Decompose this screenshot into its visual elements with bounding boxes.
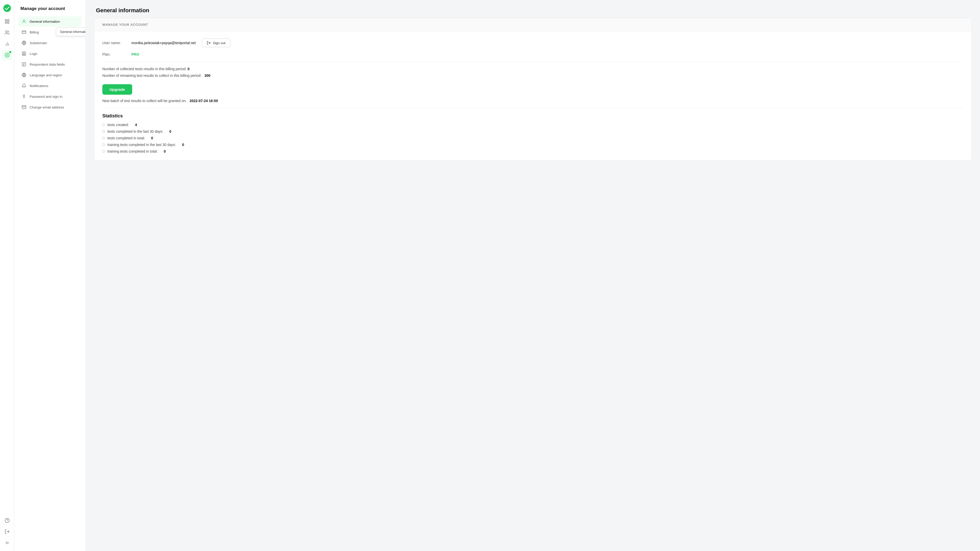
user-name-row: User name: monika.jankowiak+payqa@testpo… xyxy=(102,38,963,47)
card-section-header: MANAGE YOUR ACCOUNT xyxy=(94,18,972,31)
sidebar-item-logo[interactable]: Logo xyxy=(18,48,81,59)
svg-point-19 xyxy=(24,53,25,54)
plan-label: Plan: xyxy=(102,52,125,56)
sidebar-label-change-email-address: Change email address xyxy=(30,105,64,109)
svg-point-10 xyxy=(5,518,9,523)
sidebar-label-respondent-data-fields: Respondent data fields xyxy=(30,62,65,66)
sidebar-icon-settings[interactable] xyxy=(2,50,12,60)
logo-icon xyxy=(21,51,27,56)
sidebar-label-logo: Logo xyxy=(30,52,37,56)
password-icon xyxy=(21,94,27,99)
collected-label: Number of collected tests results in thi… xyxy=(102,67,186,71)
plan-row: Plan: PRO xyxy=(102,52,963,56)
sidebar-item-respondent-data-fields[interactable]: Respondent data fields xyxy=(18,59,81,69)
remaining-value: 300 xyxy=(204,73,210,78)
svg-point-9 xyxy=(6,55,8,56)
stat-training-30days-label: training tests completed in the last 30 … xyxy=(107,143,176,147)
svg-point-13 xyxy=(23,20,25,21)
sidebar-label-billing: Billing xyxy=(30,30,39,34)
sidebar-nav: General information General information … xyxy=(18,16,81,112)
notifications-icon xyxy=(21,83,27,88)
collected-row: Number of collected tests results in thi… xyxy=(102,67,963,71)
sidebar-label-subdomain: Subdomain xyxy=(30,41,47,45)
stat-tests-created: tests created: 4 xyxy=(102,123,963,127)
collected-value: 0 xyxy=(188,67,189,71)
remaining-row: Number of remaining test results to coll… xyxy=(102,73,963,78)
stat-tests-completed-total: tests completed in total: 0 xyxy=(102,136,963,140)
icon-rail xyxy=(0,0,14,551)
stat-training-30days-value: 0 xyxy=(182,143,184,147)
upgrade-button[interactable]: Upgrade xyxy=(102,84,132,95)
main-content: General information MANAGE YOUR ACCOUNT … xyxy=(86,0,980,551)
batch-info-row: New batch of test results to collect wil… xyxy=(102,99,963,103)
sidebar-icon-dashboard[interactable] xyxy=(2,16,12,27)
sidebar-label-notifications: Notifications xyxy=(30,84,48,88)
svg-point-5 xyxy=(6,31,7,33)
page-header: General information xyxy=(86,0,980,18)
sidebar-item-language-and-region[interactable]: Language and region xyxy=(18,70,81,80)
stat-tests-completed-30days-value: 0 xyxy=(169,129,172,134)
stat-tests-completed-30days-label: tests completed in the last 30 days: xyxy=(107,129,163,134)
stat-training-total-value: 0 xyxy=(164,149,166,153)
sidebar-item-password-and-sign-in[interactable]: Password and sign in xyxy=(18,91,81,102)
svg-point-26 xyxy=(23,95,25,97)
language-icon xyxy=(21,72,27,78)
general-information-tooltip: General information xyxy=(56,27,86,36)
svg-point-0 xyxy=(3,4,11,12)
sidebar-item-change-email-address[interactable]: Change email address xyxy=(18,102,81,112)
svg-rect-1 xyxy=(5,20,6,21)
svg-rect-3 xyxy=(5,22,6,24)
email-icon xyxy=(21,105,27,110)
statistics-list: tests created: 4 tests completed in the … xyxy=(102,123,963,153)
signout-rail-icon-button[interactable] xyxy=(2,527,12,537)
svg-rect-14 xyxy=(22,31,26,34)
sidebar-label-language-and-region: Language and region xyxy=(30,73,62,77)
stat-tests-completed-30days: tests completed in the last 30 days: 0 xyxy=(102,129,963,134)
sidebar-title: Manage your account xyxy=(18,6,81,11)
user-name-value: monika.jankowiak+payqa@testportal.net xyxy=(131,41,196,45)
stat-tests-created-label: tests created: xyxy=(107,123,129,127)
icon-rail-bottom xyxy=(2,515,12,548)
stat-training-total: training tests completed in total: 0 xyxy=(102,149,963,153)
billing-info: Number of collected tests results in thi… xyxy=(102,67,963,78)
stat-tests-completed-total-value: 0 xyxy=(151,136,153,140)
batch-value: 2022-07-24 16:50 xyxy=(189,99,218,103)
content-card: MANAGE YOUR ACCOUNT User name: monika.ja… xyxy=(94,18,972,161)
sidebar-label-password-and-sign-in: Password and sign in xyxy=(30,95,62,99)
sidebar: Manage your account General information … xyxy=(14,0,86,551)
upgrade-label: Upgrade xyxy=(110,87,125,92)
app-logo xyxy=(2,3,12,13)
sign-out-label: Sign out xyxy=(213,41,226,45)
sidebar-icon-users[interactable] xyxy=(2,27,12,38)
sidebar-label-general-information: General information xyxy=(30,20,60,24)
sign-out-icon xyxy=(207,41,211,45)
batch-label: New batch of test results to collect wil… xyxy=(102,99,186,103)
sidebar-item-general-information[interactable]: General information General information xyxy=(18,16,81,27)
sidebar-item-subdomain[interactable]: Subdomain xyxy=(18,38,81,48)
person-icon xyxy=(21,19,27,24)
subdomain-icon xyxy=(21,40,27,45)
remaining-label: Number of remaining test results to coll… xyxy=(102,73,201,78)
svg-rect-4 xyxy=(7,22,9,24)
plan-value: PRO xyxy=(131,52,139,56)
page-title: General information xyxy=(96,7,970,14)
expand-icon-button[interactable] xyxy=(2,538,12,548)
svg-rect-20 xyxy=(22,62,26,66)
stat-tests-completed-total-label: tests completed in total: xyxy=(107,136,145,140)
stat-tests-created-value: 4 xyxy=(135,123,137,127)
user-name-label: User name: xyxy=(102,41,125,45)
settings-badge xyxy=(9,51,11,53)
sidebar-item-notifications[interactable]: Notifications xyxy=(18,81,81,91)
statistics-title: Statistics xyxy=(102,113,963,119)
help-icon-button[interactable] xyxy=(2,515,12,526)
stat-training-30days: training tests completed in the last 30 … xyxy=(102,143,963,147)
sign-out-button[interactable]: Sign out xyxy=(202,38,231,47)
sidebar-icon-analytics[interactable] xyxy=(2,39,12,49)
stat-training-total-label: training tests completed in total: xyxy=(107,149,158,153)
svg-rect-2 xyxy=(7,20,9,21)
billing-icon xyxy=(21,30,27,35)
card-body: User name: monika.jankowiak+payqa@testpo… xyxy=(94,31,972,161)
respondent-icon xyxy=(21,62,27,67)
